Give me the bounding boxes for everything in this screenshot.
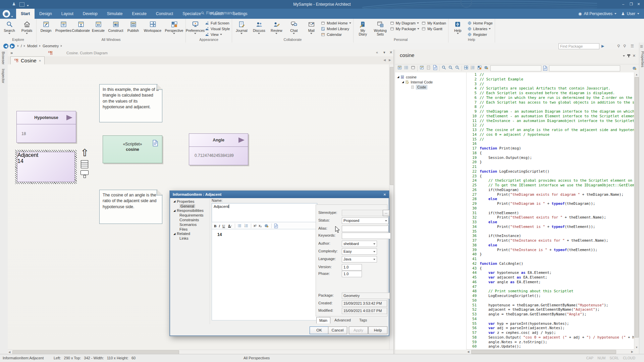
perspective-button[interactable]: Perspective [163, 19, 185, 38]
tab-scroll-left-icon[interactable]: ◀ [383, 58, 386, 62]
working-sets-button[interactable]: Working Sets [372, 19, 389, 38]
zoom-icon[interactable] [455, 65, 460, 71]
copy-icon[interactable] [426, 65, 431, 71]
model-library-button[interactable]: Model Library [321, 26, 351, 32]
name-input[interactable]: Adjacent [212, 203, 317, 222]
scroll-left-icon[interactable]: ◀ [8, 351, 10, 354]
tab-scroll-right-icon[interactable]: ▶ [389, 58, 391, 62]
all-perspectives-menu[interactable]: All Perspectives [584, 11, 612, 16]
review-button[interactable]: Review [268, 19, 285, 38]
mail-button[interactable]: Mail [303, 19, 320, 38]
diagram-vertical-scrollbar[interactable] [389, 64, 394, 350]
find-command-box[interactable]: ⚲Find Command... [201, 11, 237, 15]
go-button[interactable]: ▶ [601, 44, 604, 48]
close-banner-icon[interactable]: ✕ [389, 50, 392, 55]
help-button[interactable]: Help [449, 19, 467, 38]
element-angle[interactable]: Angle 0.7124746245384189 [189, 133, 248, 165]
collapse-banner-icon[interactable]: « [376, 50, 378, 54]
back-button[interactable]: ◀ [3, 44, 8, 49]
breadcrumb-item[interactable]: Model [27, 44, 37, 48]
scroll-thumb[interactable] [635, 77, 639, 338]
code-vertical-scrollbar[interactable]: ▲ ▼ [634, 72, 639, 350]
my-kanban-button[interactable]: My Kanban [421, 20, 446, 26]
note-element[interactable]: The cosine of an angle is the ratio of t… [99, 190, 162, 224]
stereotype-browse-button[interactable]: ... [383, 210, 389, 216]
grid-icon[interactable] [477, 65, 482, 71]
calendar-button[interactable]: Calendar [321, 32, 351, 37]
hyperlink-globe-button[interactable] [264, 223, 269, 228]
quicklink-dock-icon[interactable] [80, 170, 89, 175]
portals-button[interactable]: Portals [18, 19, 36, 38]
package-field[interactable]: Geometry [342, 293, 390, 299]
search-diagram-icon[interactable]: ⚲ [623, 44, 626, 48]
chat-button[interactable]: Chat [285, 19, 303, 38]
list-view-icon[interactable] [404, 65, 409, 71]
quicklink-features-icon[interactable] [81, 160, 88, 168]
discuss-button[interactable]: Discuss [250, 19, 268, 38]
view-button[interactable]: View [205, 32, 230, 37]
tree-view-icon[interactable] [397, 65, 402, 71]
toolbar-recent-box[interactable] [490, 65, 541, 71]
code-horizontal-scrollbar[interactable]: ◀ ▶ [467, 349, 634, 354]
visual-style-button[interactable]: Visual Style [205, 26, 230, 32]
element-scriptlet-cosine[interactable]: «Scriptlet» cosine [103, 135, 162, 163]
my-diagram-button[interactable]: My Diagram [390, 20, 420, 26]
panel-menu-caret-icon[interactable] [623, 55, 625, 57]
find-icon[interactable] [441, 65, 446, 71]
notes-input[interactable]: 14 [212, 229, 319, 320]
quicklink-up-arrow-icon[interactable]: ⇧ [80, 148, 89, 158]
my-package-button[interactable]: My Package [390, 26, 420, 32]
search-in-icon[interactable] [448, 65, 453, 71]
color-icon[interactable] [484, 65, 489, 71]
panel-tree-item-internal-code[interactable]: ◢Internal Code [395, 79, 466, 84]
bold-button[interactable]: B [214, 224, 216, 228]
dialog-tab-advanced[interactable]: Advanced [332, 317, 354, 323]
home-page-button[interactable]: Home Page [467, 20, 493, 26]
dialog-close-icon[interactable]: ✕ [382, 192, 387, 197]
my-diary-button[interactable]: My Diary [354, 19, 372, 38]
dock-icon[interactable]: ▾ [383, 50, 385, 55]
preferences-button[interactable]: Preferences [186, 19, 204, 38]
alias-field[interactable] [342, 226, 389, 232]
toolbar-search-box[interactable] [549, 65, 620, 71]
my-gantt-button[interactable]: My Gantt [421, 26, 446, 32]
scroll-left-icon[interactable]: ◀ [467, 350, 469, 353]
panel-tree-item-cosine[interactable]: ◢cosine [395, 74, 466, 79]
code-editor[interactable]: 1//2// Scriptlet Example3//4// Scriptlet… [467, 72, 634, 350]
diagram-tab-cosine[interactable]: Cosine × [10, 56, 45, 64]
publish-button[interactable]: Publish [124, 19, 142, 38]
dialog-tab-main[interactable]: Main [316, 317, 330, 323]
cancel-button[interactable]: Cancel [328, 326, 347, 334]
superscript-button[interactable]: x² [254, 224, 256, 228]
close-button[interactable]: ✕ [635, 1, 642, 7]
author-dropdown[interactable]: shebbard [342, 241, 377, 247]
phase-field[interactable]: 1.0 [342, 271, 362, 277]
breadcrumb-item[interactable]: / [21, 44, 22, 48]
dialog-tree-item-properties[interactable]: ◢Properties [172, 199, 208, 204]
panel-tree-item-code[interactable]: Code [395, 84, 466, 89]
construct-button[interactable]: Construct [107, 19, 124, 38]
scroll-down-icon[interactable]: ▼ [635, 346, 638, 349]
underline-button[interactable]: U [222, 224, 225, 228]
libraries-button[interactable]: Libraries [467, 26, 493, 32]
browser-side-tab[interactable]: Browser [0, 50, 7, 67]
minimize-button[interactable]: – [620, 1, 627, 7]
dialog-tab-tags[interactable]: Tags [357, 317, 370, 323]
scroll-up-icon[interactable]: ▲ [635, 73, 638, 76]
complexity-dropdown[interactable]: Easy [342, 248, 377, 255]
dialog-tree-item-links[interactable]: Links [172, 236, 208, 241]
numbered-list-button[interactable] [244, 224, 249, 228]
pin-icon[interactable] [628, 54, 629, 57]
dialog-title-bar[interactable]: InformationItem : Adjacent [170, 191, 389, 198]
modified-field[interactable]: 15/09/2021 4:03:07 PM [342, 308, 387, 314]
restore-button[interactable]: ❐ [628, 1, 635, 7]
diagram-horizontal-scrollbar[interactable]: ◀ [8, 350, 393, 354]
ok-button[interactable]: OK [310, 326, 329, 334]
dialog-tree-item-general[interactable]: General [172, 204, 208, 208]
app-menu-caret-icon[interactable] [11, 13, 13, 19]
edit-icon[interactable] [419, 65, 424, 71]
dialog-tree-item-requirements[interactable]: Requirements [172, 213, 208, 218]
collaborate-button[interactable]: Collaborate [72, 19, 90, 38]
bullet-list-button[interactable] [237, 224, 242, 228]
search-model-icon[interactable]: ⚲ [617, 44, 620, 48]
